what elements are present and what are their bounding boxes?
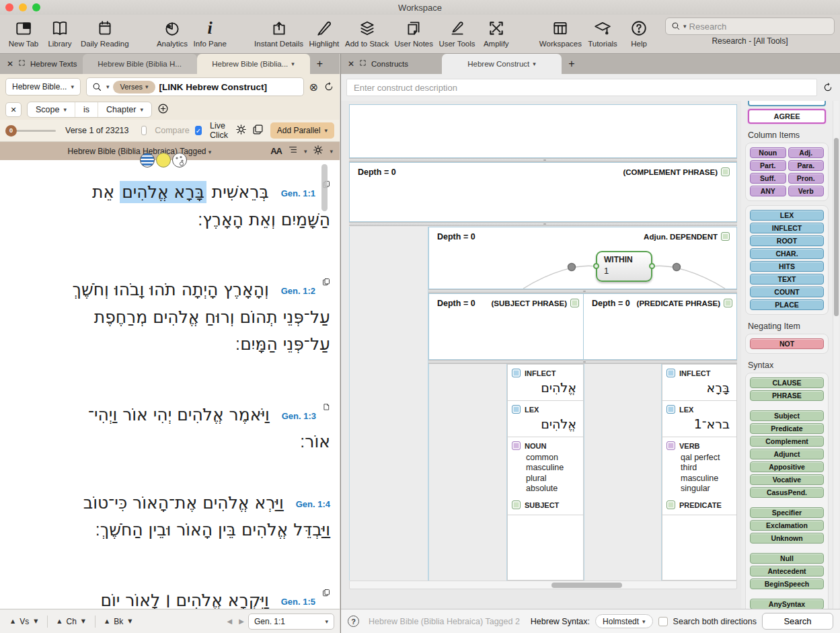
chapter-up-button[interactable]: ▲ <box>57 618 61 624</box>
subject-column[interactable] <box>428 364 507 581</box>
predicate-column[interactable] <box>584 364 662 581</box>
complement-checkbox[interactable] <box>721 167 730 176</box>
text-scrollbar[interactable] <box>321 164 328 211</box>
verse-down-button[interactable]: ▼ <box>34 618 38 624</box>
search-field[interactable]: ▾ Verses ▾ [LINK Hebrew Construct] <box>86 77 304 96</box>
add-scope-icon[interactable] <box>157 103 169 117</box>
close-zone-icon[interactable]: ✕ <box>348 59 354 69</box>
clear-search-icon[interactable]: ⊗ <box>309 81 318 94</box>
user-tools-button[interactable]: User Tools <box>439 17 475 48</box>
refresh-icon[interactable] <box>323 81 334 92</box>
predicate-checkbox[interactable] <box>724 299 732 307</box>
tab-hebrew-bible-2[interactable]: Hebrew Bible (Biblia... ▾ <box>197 54 310 74</box>
adjunct-button[interactable]: Adjunct <box>750 449 824 459</box>
live-click-checkbox[interactable]: ✓ <box>195 126 202 135</box>
expand-zone-icon[interactable] <box>359 59 367 69</box>
syntax-model-select[interactable]: Holmstedt ▾ <box>595 614 653 628</box>
antecedent-button[interactable]: Antecedent <box>750 566 824 576</box>
daily-reading-button[interactable]: Daily Reading <box>81 17 128 48</box>
close-zone-icon[interactable]: ✕ <box>7 59 13 69</box>
add-tab-button[interactable]: + <box>562 54 582 74</box>
workspaces-button[interactable]: Workspaces <box>540 17 581 48</box>
exclamation-button[interactable]: Exclamation <box>750 520 824 531</box>
remove-scope-button[interactable]: ✕ <box>5 102 22 117</box>
dependent-panel[interactable]: Depth = 0 Adjun. DEPENDENT WITHIN 1 <box>428 227 737 289</box>
highlight-style-blue-button[interactable] <box>140 153 155 167</box>
node-port-left[interactable] <box>593 263 599 269</box>
both-directions-checkbox[interactable] <box>658 617 668 626</box>
beginspeech-button[interactable]: BeginSpeech <box>750 579 824 589</box>
clause-button[interactable]: CLAUSE <box>750 377 824 388</box>
verse-gen-1-3[interactable]: Gen. 1:3 וַיֹּאמֶר אֱלֹהִים יְהִי אוֹר ו… <box>64 392 330 456</box>
construct-canvas[interactable]: Depth = 0 (COMPLEMENT PHRASE) Depth = 0 … <box>341 101 741 609</box>
tab-hebrew-bible-1[interactable]: Hebrew Bible (Biblia H... <box>83 54 197 74</box>
inflect-button[interactable]: INFLECT <box>750 223 824 233</box>
tutorials-button[interactable]: Tutorials <box>588 17 617 48</box>
root-button[interactable]: ROOT <box>750 235 824 246</box>
lex-checkbox[interactable] <box>666 405 675 414</box>
library-button[interactable]: Library <box>45 17 75 48</box>
vocative-button[interactable]: Vocative <box>750 474 824 485</box>
search-button[interactable]: Search <box>762 613 833 630</box>
canvas-hscrollbar[interactable] <box>349 581 737 589</box>
verse-gen-1-4[interactable]: Gen. 1:4 וַיַּרְא אֱלֹהִים אֶת־הָאוֹר כִ… <box>64 490 330 544</box>
scope-value-select[interactable]: Chapter▾ <box>98 102 151 117</box>
canvas-hscroll-thumb[interactable] <box>551 583 622 588</box>
verse-up-button[interactable]: ▲ <box>11 618 15 624</box>
verse-ref[interactable]: Gen. 1:1 <box>281 188 315 198</box>
phrase-button[interactable]: PHRASE <box>750 390 824 401</box>
location-select[interactable]: Gen. 1:1 ▾ <box>248 613 334 630</box>
user-notes-button[interactable]: User Notes <box>395 17 432 48</box>
palette-icon[interactable] <box>172 153 187 167</box>
pane-copy-icon[interactable] <box>252 124 264 138</box>
complement-button[interactable]: Complement <box>750 436 824 447</box>
verse-ref[interactable]: Gen. 1:5 <box>281 597 315 607</box>
help-circle-icon[interactable]: ? <box>348 616 359 627</box>
amplify-button[interactable]: Amplify <box>482 17 511 48</box>
pages-icon[interactable] <box>322 581 330 601</box>
count-button[interactable]: COUNT <box>750 287 824 297</box>
not-button[interactable]: NOT <box>750 338 824 349</box>
tab-hebrew-construct[interactable]: Hebrew Construct ▾ <box>442 54 562 74</box>
highlighted-words[interactable]: בָּרָא אֱלֹהִים <box>120 181 206 203</box>
within-node[interactable]: WITHIN 1 <box>596 251 652 282</box>
pages-icon[interactable] <box>322 270 330 290</box>
palette-scrollbar[interactable] <box>833 101 839 609</box>
research-search-input[interactable]: ▾ Research <box>665 17 835 35</box>
add-to-stack-button[interactable]: Add to Stack <box>346 17 388 48</box>
verb-checkbox[interactable] <box>666 441 675 450</box>
inflect-item[interactable]: INFLECT אֱלֹהִים <box>508 365 583 401</box>
instant-details-button[interactable]: Instant Details <box>255 17 303 48</box>
panel-divider[interactable] <box>349 222 737 226</box>
search-query[interactable]: [LINK Hebrew Construct] <box>159 82 268 92</box>
verb-button[interactable]: Verb <box>788 186 825 196</box>
noun-item[interactable]: NOUN common masculine plural absolute <box>508 437 583 496</box>
scope-name-select[interactable]: Scope▾ <box>28 102 75 117</box>
lex-item[interactable]: LEX ברא־1 <box>662 401 736 437</box>
palette-scroll-thumb[interactable] <box>834 138 839 316</box>
clause-column[interactable] <box>349 227 428 581</box>
book-up-button[interactable]: ▲ <box>105 618 109 624</box>
add-tab-button[interactable]: + <box>310 54 330 74</box>
predicate-item[interactable]: PREDICATE <box>662 496 736 515</box>
font-size-button[interactable]: AA <box>270 146 282 156</box>
complement-phrase-panel[interactable]: Depth = 0 (COMPLEMENT PHRASE) <box>349 162 737 222</box>
analytics-button[interactable]: Analytics <box>157 17 188 48</box>
clipped-palette-button[interactable] <box>748 101 826 106</box>
subject-phrase-panel[interactable]: Depth = 0 (SUBJECT PHRASE) <box>428 293 583 360</box>
inflect-item[interactable]: INFLECT בָּרָא <box>662 365 736 401</box>
history-back-icon[interactable]: ◀ <box>227 618 233 625</box>
bible-text-area[interactable]: Gen. 1:1 בְּרֵאשִׁית בָּרָא אֱלֹהִים אֵת… <box>0 160 340 609</box>
part-button[interactable]: Part. <box>750 160 786 171</box>
add-parallel-button[interactable]: Add Parallel ▾ <box>270 122 334 139</box>
noun-checkbox[interactable] <box>512 441 521 450</box>
field-pill[interactable]: Verses ▾ <box>113 81 155 94</box>
inflect-checkbox[interactable] <box>666 369 675 377</box>
slider-track[interactable] <box>15 130 56 132</box>
appositive-button[interactable]: Appositive <box>750 461 824 472</box>
inflect-checkbox[interactable] <box>512 369 521 377</box>
subject-checkbox[interactable] <box>570 299 579 307</box>
hits-button[interactable]: HITS <box>750 261 824 272</box>
verse-ref[interactable]: Gen. 1:3 <box>282 411 316 421</box>
live-click-gear-icon[interactable] <box>235 124 247 138</box>
